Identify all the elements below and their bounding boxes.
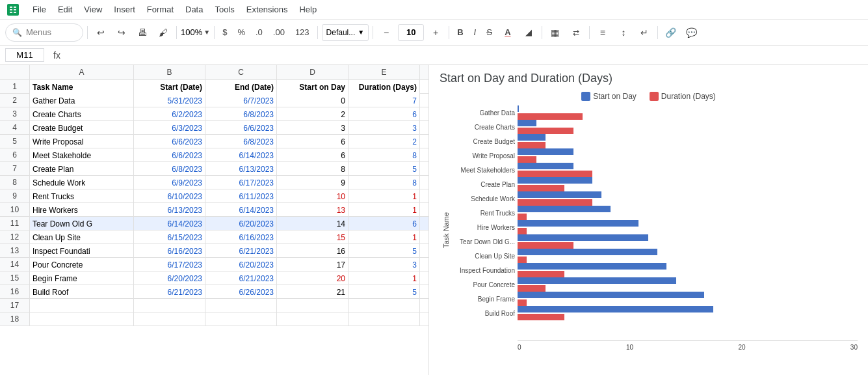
cell-a[interactable] xyxy=(30,312,134,326)
table-row[interactable]: 10 Hire Workers 6/13/2023 6/14/2023 13 1 xyxy=(0,203,428,217)
table-row[interactable]: 11 Tear Down Old G 6/14/2023 6/20/2023 1… xyxy=(0,217,428,230)
cell-e[interactable]: 8 xyxy=(349,176,420,189)
cell-e[interactable]: 1 xyxy=(349,271,420,285)
link-button[interactable]: 🔗 xyxy=(662,23,680,42)
merge-button[interactable]: ⇄ xyxy=(567,23,585,42)
cell-c[interactable]: 6/26/2023 xyxy=(205,285,277,299)
cell-c[interactable]: 6/20/2023 xyxy=(205,217,277,230)
font-size-decrease-button[interactable]: − xyxy=(377,23,395,42)
cell-a[interactable]: Begin Frame xyxy=(30,271,134,285)
cell-a[interactable]: Clean Up Site xyxy=(30,230,134,244)
cell-e[interactable]: 5 xyxy=(349,244,420,258)
table-row[interactable]: 14 Pour Concrete 6/17/2023 6/20/2023 17 … xyxy=(0,258,428,271)
cell-e[interactable]: 6 xyxy=(349,217,420,230)
cell-d[interactable]: 9 xyxy=(277,176,349,189)
menu-extensions[interactable]: Extensions xyxy=(241,2,293,17)
search-box[interactable]: 🔍 xyxy=(5,23,83,42)
cell-c[interactable]: 6/21/2023 xyxy=(205,271,277,285)
menu-tools[interactable]: Tools xyxy=(209,2,239,17)
percent-button[interactable]: % xyxy=(233,23,249,42)
menu-data[interactable]: Data xyxy=(180,2,208,17)
cell-a[interactable]: Create Plan xyxy=(30,162,134,176)
table-row[interactable]: 17 xyxy=(0,299,428,312)
cell-b[interactable]: 5/31/2023 xyxy=(134,94,205,107)
cell-d[interactable]: 20 xyxy=(277,271,349,285)
comment-button[interactable]: 💬 xyxy=(683,23,701,42)
cell-c[interactable] xyxy=(205,299,277,312)
cell-a[interactable] xyxy=(30,299,134,312)
col-header-e[interactable]: E xyxy=(349,65,420,79)
cell-e[interactable]: 1 xyxy=(349,203,420,217)
cell-b[interactable]: 6/3/2023 xyxy=(134,121,205,135)
table-row[interactable]: 2 Gather Data 5/31/2023 6/7/2023 0 7 xyxy=(0,94,428,107)
menu-edit[interactable]: Edit xyxy=(53,2,77,17)
cell-d[interactable] xyxy=(277,312,349,326)
table-row[interactable]: 4 Create Budget 6/3/2023 6/6/2023 3 3 xyxy=(0,121,428,135)
menu-file[interactable]: File xyxy=(27,2,51,17)
cell-d[interactable]: 16 xyxy=(277,244,349,258)
italic-button[interactable]: I xyxy=(470,23,480,42)
cell-c[interactable]: End (Date) xyxy=(205,80,277,94)
cell-c[interactable]: 6/6/2023 xyxy=(205,121,277,135)
table-row[interactable]: 1 Task Name Start (Date) End (Date) Star… xyxy=(0,80,428,94)
cell-e[interactable]: 1 xyxy=(349,189,420,203)
cell-b[interactable]: 6/17/2023 xyxy=(134,258,205,271)
formula-input[interactable] xyxy=(70,50,863,60)
cell-a[interactable]: Hire Workers xyxy=(30,203,134,217)
cell-d[interactable]: 10 xyxy=(277,189,349,203)
col-header-a[interactable]: A xyxy=(30,65,134,79)
menu-format[interactable]: Format xyxy=(142,2,179,17)
cell-c[interactable]: 6/17/2023 xyxy=(205,176,277,189)
bold-button[interactable]: B xyxy=(453,23,467,42)
cell-b[interactable]: 6/9/2023 xyxy=(134,176,205,189)
table-row[interactable]: 18 xyxy=(0,312,428,326)
menu-help[interactable]: Help xyxy=(294,2,322,17)
paint-format-button[interactable]: 🖌 xyxy=(154,23,172,42)
cell-d[interactable]: 6 xyxy=(277,148,349,162)
decimal-more-button[interactable]: .00 xyxy=(269,23,289,42)
cell-d[interactable]: Start on Day xyxy=(277,80,349,94)
font-family-selector[interactable]: Defaul... ▼ xyxy=(322,24,369,41)
menu-insert[interactable]: Insert xyxy=(109,2,140,17)
cell-a[interactable]: Build Roof xyxy=(30,285,134,299)
cell-b[interactable]: 6/20/2023 xyxy=(134,271,205,285)
cell-c[interactable]: 6/21/2023 xyxy=(205,244,277,258)
cell-a[interactable]: Pour Concrete xyxy=(30,258,134,271)
valign-button[interactable]: ↕ xyxy=(614,23,633,42)
col-header-b[interactable]: B xyxy=(134,65,205,79)
cell-b[interactable]: 6/16/2023 xyxy=(134,244,205,258)
cell-c[interactable]: 6/13/2023 xyxy=(205,162,277,176)
cell-b[interactable] xyxy=(134,312,205,326)
highlight-button[interactable]: ◢ xyxy=(519,23,538,42)
cell-e[interactable]: 3 xyxy=(349,258,420,271)
cell-c[interactable]: 6/16/2023 xyxy=(205,230,277,244)
formula-icon[interactable]: fx xyxy=(49,50,64,61)
cell-c[interactable] xyxy=(205,312,277,326)
cell-a[interactable]: Write Proposal xyxy=(30,135,134,148)
cell-a[interactable]: Inspect Foundati xyxy=(30,244,134,258)
cell-d[interactable]: 21 xyxy=(277,285,349,299)
strikethrough-button[interactable]: S xyxy=(482,23,496,42)
cell-d[interactable]: 17 xyxy=(277,258,349,271)
cell-b[interactable]: 6/2/2023 xyxy=(134,107,205,121)
table-row[interactable]: 8 Schedule Work 6/9/2023 6/17/2023 9 8 xyxy=(0,176,428,189)
cell-e[interactable]: 1 xyxy=(349,230,420,244)
cell-c[interactable]: 6/14/2023 xyxy=(205,203,277,217)
cell-d[interactable]: 2 xyxy=(277,107,349,121)
cell-d[interactable]: 14 xyxy=(277,217,349,230)
col-header-c[interactable]: C xyxy=(205,65,277,79)
cell-b[interactable]: 6/10/2023 xyxy=(134,189,205,203)
cell-b[interactable]: 6/14/2023 xyxy=(134,217,205,230)
cell-e[interactable]: 5 xyxy=(349,285,420,299)
print-button[interactable]: 🖶 xyxy=(133,23,151,42)
cell-b[interactable]: 6/6/2023 xyxy=(134,148,205,162)
zoom-dropdown-icon[interactable]: ▼ xyxy=(204,29,210,36)
cell-d[interactable] xyxy=(277,299,349,312)
cell-e[interactable] xyxy=(349,299,420,312)
cell-c[interactable]: 6/14/2023 xyxy=(205,148,277,162)
cell-d[interactable]: 15 xyxy=(277,230,349,244)
cell-a[interactable]: Meet Stakeholde xyxy=(30,148,134,162)
cell-e[interactable]: 8 xyxy=(349,148,420,162)
undo-button[interactable]: ↩ xyxy=(92,23,110,42)
cell-a[interactable]: Rent Trucks xyxy=(30,189,134,203)
